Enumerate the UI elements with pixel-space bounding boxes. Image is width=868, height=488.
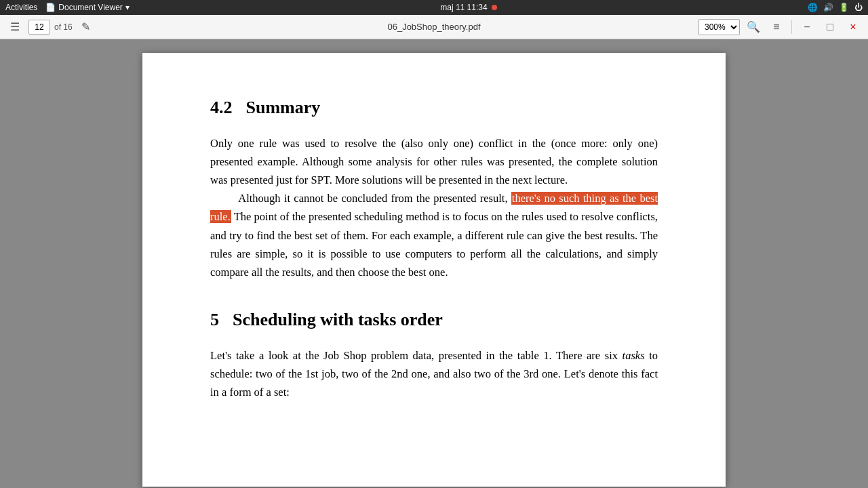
edit-button[interactable]: ✎ (77, 18, 96, 37)
page-number-input[interactable] (28, 20, 50, 35)
battery-icon: 🔋 (839, 3, 849, 12)
sidebar-icon: ☰ (10, 20, 20, 33)
network-icon: 🌐 (808, 3, 818, 12)
section-4-2-paragraph-2: Although it cannot be concluded from the… (210, 189, 658, 281)
pdf-area: 4.2 Summary Only one rule was used to re… (0, 39, 868, 488)
volume-icon: 🔊 (823, 3, 833, 12)
paragraph-1-text: Only one rule was used to resolve the (a… (210, 137, 658, 186)
doc-viewer-button[interactable]: 📄 Document Viewer ▾ (45, 3, 130, 12)
system-bar-center: maj 11 11:34 (440, 3, 496, 12)
section-5-paragraph-1: Let's take a look at the Job Shop proble… (210, 346, 658, 402)
doc-icon: 📄 (45, 3, 56, 12)
maximize-button[interactable]: □ (821, 18, 840, 37)
minimize-button[interactable]: − (797, 18, 816, 37)
toolbar: ☰ of 16 ✎ 06_JobShop_theory.pdf 300% 50%… (0, 15, 868, 39)
toolbar-separator (791, 20, 792, 34)
doc-viewer-label: Document Viewer (58, 3, 123, 12)
section-4-2-heading: 4.2 Summary (210, 94, 658, 122)
menu-button[interactable]: ≡ (767, 18, 786, 37)
paragraph-2-after-highlight: The point of the presented scheduling me… (210, 210, 658, 279)
search-icon: 🔍 (747, 20, 760, 33)
power-icon: ⏻ (854, 3, 863, 12)
section-5-title: Scheduling with tasks order (233, 306, 443, 334)
paragraph-2-before-highlight: Although it cannot be concluded from the… (238, 192, 511, 205)
section-4-2-paragraph-1: Only one rule was used to resolve the (a… (210, 134, 658, 190)
pdf-page: 4.2 Summary Only one rule was used to re… (142, 53, 726, 487)
maximize-icon: □ (827, 21, 833, 33)
doc-viewer-dropdown-icon: ▾ (125, 3, 130, 12)
close-button[interactable]: × (844, 18, 863, 37)
system-time: maj 11 11:34 (440, 3, 487, 12)
section-5-text-before-italic: Let's take a look at the Job Shop proble… (210, 349, 623, 362)
sidebar-toggle-button[interactable]: ☰ (5, 18, 24, 37)
section-4-2-title: Summary (246, 94, 321, 122)
close-icon: × (850, 21, 856, 33)
system-bar-right: 🌐 🔊 🔋 ⏻ (808, 3, 863, 12)
section-4-2-number: 4.2 (210, 94, 233, 122)
notification-dot (492, 5, 497, 10)
zoom-select[interactable]: 300% 50% 75% 100% 125% 150% 200% 400% (698, 19, 740, 35)
filename-label: 06_JobShop_theory.pdf (387, 22, 480, 32)
minimize-icon: − (804, 21, 810, 33)
activities-button[interactable]: Activities (5, 3, 37, 12)
section-5-number: 5 (210, 306, 219, 334)
menu-icon: ≡ (773, 21, 779, 33)
system-bar-left: Activities 📄 Document Viewer ▾ (5, 3, 130, 12)
edit-icon: ✎ (81, 20, 90, 33)
section-5-italic-text: tasks (623, 349, 645, 362)
section-5-heading: 5 Scheduling with tasks order (210, 306, 658, 334)
paragraph-2-indent-space (210, 192, 238, 205)
toolbar-left: ☰ of 16 ✎ (5, 18, 694, 37)
toolbar-right: 300% 50% 75% 100% 125% 150% 200% 400% 🔍 … (698, 18, 863, 37)
page-total-label: of 16 (54, 22, 73, 32)
system-bar: Activities 📄 Document Viewer ▾ maj 11 11… (0, 0, 868, 15)
search-button[interactable]: 🔍 (744, 18, 763, 37)
